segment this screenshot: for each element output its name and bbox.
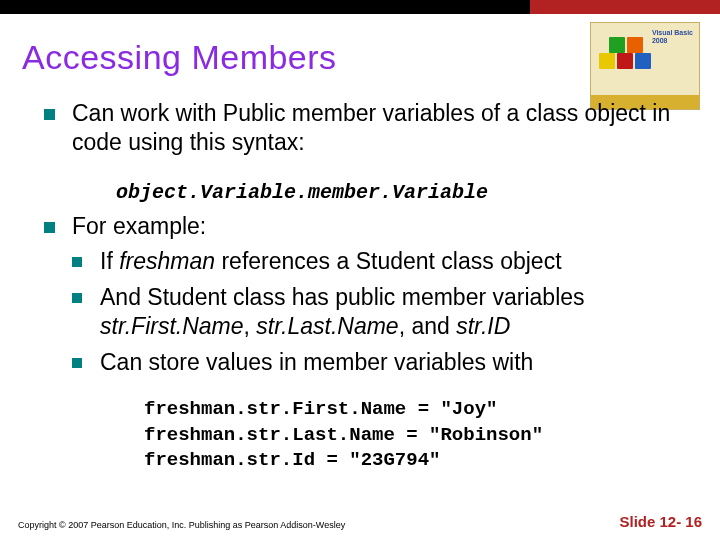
sub3-text: Can store values in member variables wit…	[100, 349, 533, 375]
bullet-1-text: Can work with Public member variables of…	[72, 100, 670, 155]
sub-bullet-2: And Student class has public member vari…	[72, 283, 692, 342]
copyright-text: Copyright © 2007 Pearson Education, Inc.…	[18, 520, 345, 530]
slide-number: Slide 12- 16	[619, 513, 702, 530]
sub2-mid1: ,	[244, 313, 257, 339]
sub2-it3: str.ID	[456, 313, 510, 339]
code-line-1: freshman.str.First.Name = "Joy"	[144, 397, 692, 423]
code-line-2: freshman.str.Last.Name = "Robinson"	[144, 423, 692, 449]
code-example: freshman.str.First.Name = "Joy" freshman…	[44, 393, 692, 474]
code-line-3: freshman.str.Id = "23G794"	[144, 448, 692, 474]
header-bar	[0, 0, 720, 14]
sub1-pre: If	[100, 248, 119, 274]
sub1-post: references a Student class object	[215, 248, 561, 274]
book-cover-image: Visual Basic2008	[590, 22, 700, 110]
bullet-2-text: For example:	[72, 213, 206, 239]
code-syntax: object.Variable.member.Variable	[44, 174, 692, 212]
sub2-it1: str.First.Name	[100, 313, 244, 339]
sub-bullet-3: Can store values in member variables wit…	[72, 348, 692, 377]
bullet-1: Can work with Public member variables of…	[44, 99, 692, 158]
bullet-2: For example: If freshman references a St…	[44, 212, 692, 377]
sub2-mid2: , and	[399, 313, 457, 339]
sub2-pre: And Student class has public member vari…	[100, 284, 585, 310]
sub2-it2: str.Last.Name	[256, 313, 398, 339]
slide-content: Can work with Public member variables of…	[0, 77, 720, 474]
footer: Copyright © 2007 Pearson Education, Inc.…	[18, 513, 702, 530]
sub-bullet-1: If freshman references a Student class o…	[72, 247, 692, 276]
sub1-italic: freshman	[119, 248, 215, 274]
